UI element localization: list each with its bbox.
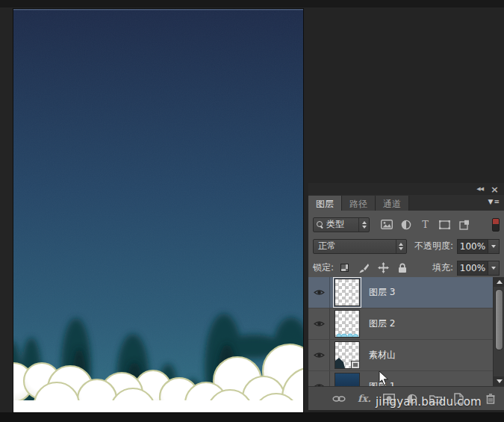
scrollbar-thumb[interactable] xyxy=(495,289,503,350)
visibility-toggle[interactable] xyxy=(308,308,330,339)
close-icon[interactable]: × xyxy=(491,184,499,194)
tab-layers[interactable]: 图层 xyxy=(308,196,342,211)
layer-row-2[interactable]: 图层 2 xyxy=(308,308,493,340)
panel-header: ◀◀ × xyxy=(308,183,504,195)
filter-toggle-switch[interactable] xyxy=(492,218,500,232)
delete-layer-icon[interactable] xyxy=(486,394,495,404)
eye-icon xyxy=(314,288,325,297)
lock-transparent-icon[interactable] xyxy=(338,262,350,273)
workspace-bottom-gutter xyxy=(0,412,504,422)
filter-row: 类型 T xyxy=(313,214,500,235)
dropdown-spinner-icon xyxy=(396,240,406,253)
svg-text:T: T xyxy=(422,220,429,229)
shape-filter-icon[interactable] xyxy=(438,219,451,230)
eye-icon xyxy=(314,351,325,359)
smart-object-filter-icon[interactable] xyxy=(458,219,470,230)
lock-all-icon[interactable] xyxy=(396,262,408,273)
filter-kind-dropdown[interactable]: 类型 xyxy=(313,217,370,232)
fx-icon[interactable]: fx. xyxy=(358,393,371,404)
filter-kind-label: 类型 xyxy=(326,218,356,231)
layer-list: 图层 3 图层 2 xyxy=(308,277,504,386)
workspace-top-gutter xyxy=(0,0,504,7)
watermark-text: jingyan.baidu.com xyxy=(376,395,482,409)
opacity-label: 不透明度: xyxy=(414,240,453,252)
lock-label: 锁定: xyxy=(313,261,334,274)
document-canvas[interactable] xyxy=(13,9,303,412)
blend-mode-value: 正常 xyxy=(318,240,336,252)
tab-channels[interactable]: 通道 xyxy=(376,196,409,211)
fill-dropdown-arrow[interactable] xyxy=(488,261,500,276)
photoshop-workspace: ◀◀ × 图层 路径 通道 ▼≡ 类型 xyxy=(0,0,504,422)
fill-label: 填充: xyxy=(432,261,453,274)
type-filter-icon[interactable]: T xyxy=(419,219,432,230)
layer-name: 图层 3 xyxy=(369,286,395,299)
layer-row-3[interactable]: 图层 3 xyxy=(308,277,493,308)
scroll-up-icon[interactable] xyxy=(494,277,504,287)
layer-thumbnail[interactable] xyxy=(335,373,360,386)
panel-menu-icon[interactable]: ▼≡ xyxy=(488,198,500,205)
opacity-dropdown-arrow[interactable] xyxy=(488,239,500,254)
layer-thumbnail[interactable] xyxy=(335,279,360,306)
pixel-filter-icon[interactable] xyxy=(380,219,393,230)
dropdown-spinner-icon xyxy=(358,218,369,232)
layer-name: 图层 2 xyxy=(369,317,395,330)
fill-value[interactable]: 100% xyxy=(457,261,488,276)
visibility-toggle[interactable] xyxy=(308,277,330,308)
blend-row: 正常 不透明度: 100% xyxy=(313,235,500,257)
eye-icon xyxy=(314,320,325,328)
layer-row-1[interactable]: 图层 1 xyxy=(308,371,493,386)
adjustment-filter-icon[interactable] xyxy=(399,219,412,230)
opacity-value[interactable]: 100% xyxy=(457,239,488,254)
lock-position-icon[interactable] xyxy=(377,262,389,273)
visibility-toggle[interactable] xyxy=(308,371,330,386)
layer-name: 素材山 xyxy=(369,349,396,362)
visibility-toggle[interactable] xyxy=(308,340,330,370)
mouse-cursor-icon xyxy=(379,371,389,386)
blend-mode-dropdown[interactable]: 正常 xyxy=(313,239,407,254)
lock-row: 锁定: 填充: 100% xyxy=(313,257,500,279)
layer-thumbnail[interactable] xyxy=(335,341,360,369)
panel-controls: 类型 T xyxy=(308,211,504,277)
canvas-scene xyxy=(13,9,303,412)
search-icon xyxy=(317,221,324,229)
scroll-down-icon[interactable] xyxy=(494,376,504,386)
layer-thumbnail[interactable] xyxy=(335,310,360,338)
lock-pixels-icon[interactable] xyxy=(358,262,370,273)
collapse-panels-icon[interactable]: ◀◀ xyxy=(476,187,483,192)
panel-tab-bar: 图层 路径 通道 ▼≡ xyxy=(308,195,504,211)
link-layers-icon[interactable] xyxy=(332,395,346,403)
layer-row-mountain[interactable]: 素材山 xyxy=(308,340,493,371)
smart-object-badge-icon xyxy=(351,361,360,369)
tab-paths[interactable]: 路径 xyxy=(342,196,376,211)
layer-list-scrollbar[interactable] xyxy=(493,277,504,386)
layers-panel: ◀◀ × 图层 路径 通道 ▼≡ 类型 xyxy=(308,183,504,410)
